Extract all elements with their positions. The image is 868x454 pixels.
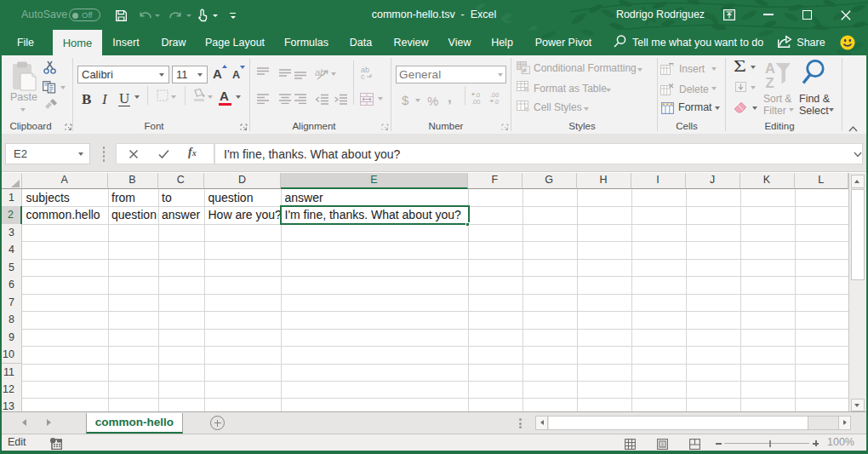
svg-text:.00: .00 xyxy=(471,98,480,105)
svg-text:≠: ≠ xyxy=(523,67,527,73)
svg-text:ab: ab xyxy=(315,67,325,78)
svg-text:A: A xyxy=(765,60,775,76)
svg-text:Z: Z xyxy=(766,75,774,90)
svg-text:.0: .0 xyxy=(494,98,499,105)
svg-text:c: c xyxy=(361,72,365,80)
